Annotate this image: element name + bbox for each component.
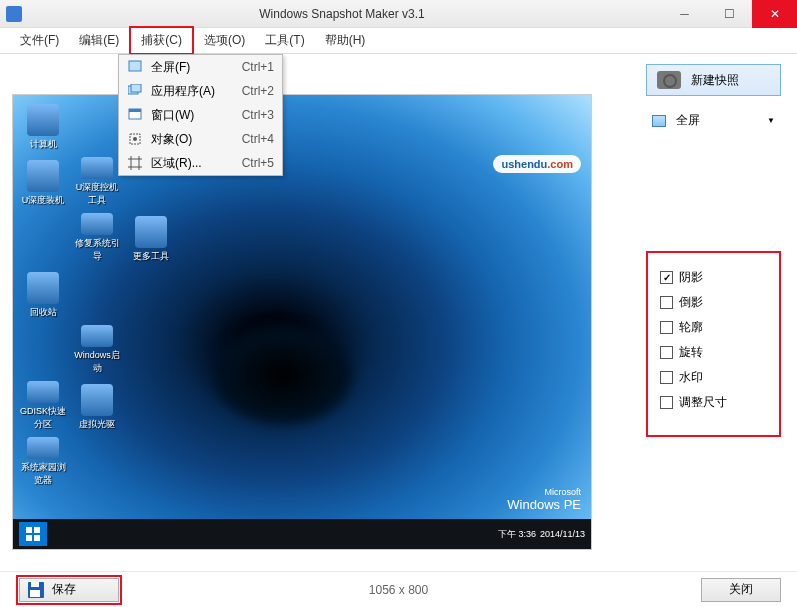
option-label: 倒影 (679, 294, 703, 311)
desktop-icon: 更多工具 (127, 213, 175, 263)
capture-dropdown: 全屏(F) Ctrl+1 应用程序(A) Ctrl+2 窗口(W) Ctrl+3… (118, 54, 283, 176)
dropdown-shortcut: Ctrl+1 (242, 60, 274, 74)
dimensions-label: 1056 x 800 (369, 583, 428, 597)
dropdown-shortcut: Ctrl+3 (242, 108, 274, 122)
option-label: 旋转 (679, 344, 703, 361)
desktop-icon (73, 269, 121, 319)
footer-close-button[interactable]: 关闭 (701, 578, 781, 602)
checkbox-icon (660, 371, 673, 384)
svg-rect-10 (26, 535, 32, 541)
menu-tools[interactable]: 工具(T) (255, 28, 314, 53)
desktop-preview: 计算机U深度装机回收站GDISK快速分区系统家园浏览器U深度控机工具修复系统引导… (13, 95, 591, 549)
desktop-icon (73, 437, 121, 487)
menu-capture[interactable]: 捕获(C) (129, 26, 194, 55)
dropdown-shortcut: Ctrl+4 (242, 132, 274, 146)
camera-icon (657, 71, 681, 89)
capture-object[interactable]: 对象(O) Ctrl+4 (119, 127, 282, 151)
capture-application[interactable]: 应用程序(A) Ctrl+2 (119, 79, 282, 103)
svg-rect-0 (129, 61, 141, 71)
svg-rect-2 (131, 84, 141, 92)
save-label: 保存 (52, 581, 76, 598)
desktop-icon: U深度控机工具 (73, 157, 121, 207)
capture-fullscreen[interactable]: 全屏(F) Ctrl+1 (119, 55, 282, 79)
menu-edit[interactable]: 编辑(E) (69, 28, 129, 53)
close-label: 关闭 (729, 581, 753, 598)
dropdown-label: 应用程序(A) (151, 83, 242, 100)
new-snapshot-button[interactable]: 新建快照 (646, 64, 781, 96)
option-label: 轮廓 (679, 319, 703, 336)
preview-frame: 计算机U深度装机回收站GDISK快速分区系统家园浏览器U深度控机工具修复系统引导… (12, 94, 592, 550)
dropdown-shortcut: Ctrl+2 (242, 84, 274, 98)
maximize-button[interactable]: ☐ (707, 0, 752, 28)
option-label: 调整尺寸 (679, 394, 727, 411)
object-icon (127, 131, 143, 147)
application-icon (127, 83, 143, 99)
save-icon (28, 582, 44, 598)
svg-point-6 (133, 137, 137, 141)
desktop-icon: 系统家园浏览器 (19, 437, 67, 487)
option-轮廓[interactable]: 轮廓 (660, 319, 767, 336)
menu-options[interactable]: 选项(O) (194, 28, 255, 53)
desktop-icon: GDISK快速分区 (19, 381, 67, 431)
desktop-icon: 计算机 (19, 101, 67, 151)
preview-area: 计算机U深度装机回收站GDISK快速分区系统家园浏览器U深度控机工具修复系统引导… (0, 54, 630, 571)
app-icon (6, 6, 22, 22)
option-倒影[interactable]: 倒影 (660, 294, 767, 311)
checkbox-icon (660, 321, 673, 334)
desktop-icon: U深度装机 (19, 157, 67, 207)
fullscreen-icon (127, 59, 143, 75)
svg-rect-7 (131, 159, 139, 167)
desktop-icon (19, 213, 67, 263)
menubar: 文件(F) 编辑(E) 捕获(C) 选项(O) 工具(T) 帮助(H) (0, 28, 797, 54)
window-icon (127, 107, 143, 123)
checkbox-icon (660, 296, 673, 309)
desktop-icon (19, 325, 67, 375)
fullscreen-icon (652, 115, 666, 127)
checkbox-icon (660, 346, 673, 359)
svg-rect-11 (34, 535, 40, 541)
svg-rect-8 (26, 527, 32, 533)
desktop-icon: 虚拟光驱 (73, 381, 121, 431)
region-icon (127, 155, 143, 171)
window-controls: ─ ☐ ✕ (662, 0, 797, 28)
windows-brand: Microsoft Windows PE (507, 487, 581, 513)
capture-region[interactable]: 区域(R)... Ctrl+5 (119, 151, 282, 175)
dropdown-label: 全屏(F) (151, 59, 242, 76)
start-button (19, 522, 47, 546)
chevron-down-icon: ▼ (767, 116, 775, 125)
taskbar: 下午 3:36 2014/11/13 (13, 519, 591, 549)
options-box: ✓阴影倒影轮廓旋转水印调整尺寸 (646, 251, 781, 437)
option-水印[interactable]: 水印 (660, 369, 767, 386)
capture-mode-selector[interactable]: 全屏 ▼ (646, 108, 781, 133)
svg-rect-4 (129, 109, 141, 112)
dropdown-label: 窗口(W) (151, 107, 242, 124)
new-snapshot-label: 新建快照 (691, 72, 739, 89)
dropdown-shortcut: Ctrl+5 (242, 156, 274, 170)
checkbox-icon (660, 396, 673, 409)
window-title: Windows Snapshot Maker v3.1 (22, 7, 662, 21)
menu-help[interactable]: 帮助(H) (315, 28, 376, 53)
option-label: 水印 (679, 369, 703, 386)
dropdown-label: 对象(O) (151, 131, 242, 148)
option-调整尺寸[interactable]: 调整尺寸 (660, 394, 767, 411)
menu-file[interactable]: 文件(F) (10, 28, 69, 53)
right-panel: 新建快照 全屏 ▼ ✓阴影倒影轮廓旋转水印调整尺寸 (630, 54, 797, 571)
option-阴影[interactable]: ✓阴影 (660, 269, 767, 286)
checkbox-icon: ✓ (660, 271, 673, 284)
desktop-icon: Windows启动 (73, 325, 121, 375)
mode-label: 全屏 (676, 112, 757, 129)
footer: 保存 1056 x 800 关闭 (0, 571, 797, 607)
minimize-button[interactable]: ─ (662, 0, 707, 28)
option-label: 阴影 (679, 269, 703, 286)
close-button[interactable]: ✕ (752, 0, 797, 28)
desktop-icon: 回收站 (19, 269, 67, 319)
option-旋转[interactable]: 旋转 (660, 344, 767, 361)
desktop-icon: 修复系统引导 (73, 213, 121, 263)
desktop-icon (73, 101, 121, 151)
svg-rect-9 (34, 527, 40, 533)
capture-window[interactable]: 窗口(W) Ctrl+3 (119, 103, 282, 127)
brand-badge: ushendu.com (493, 155, 581, 173)
system-tray: 下午 3:36 2014/11/13 (498, 528, 585, 541)
save-highlight: 保存 (16, 575, 122, 605)
save-button[interactable]: 保存 (19, 578, 119, 602)
